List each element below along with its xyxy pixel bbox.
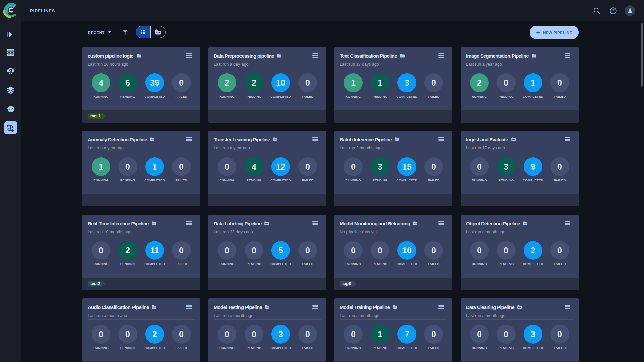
svg-text:?: ?	[612, 8, 614, 13]
